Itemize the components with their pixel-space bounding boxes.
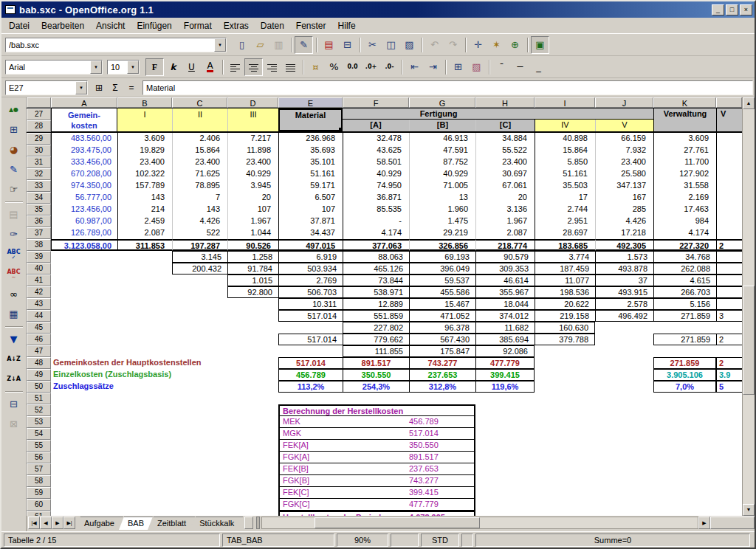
font-size-value[interactable]: 10 bbox=[111, 63, 120, 72]
cell-B44[interactable] bbox=[117, 310, 172, 322]
cell-C46[interactable] bbox=[172, 334, 227, 345]
cell-D42[interactable]: 92.800 bbox=[227, 286, 278, 298]
row-header-44[interactable]: 44 bbox=[27, 310, 51, 322]
cell-I32[interactable]: 51.161 bbox=[535, 168, 595, 180]
autofilter-icon[interactable]: ▼ bbox=[4, 330, 24, 348]
cell-E38[interactable]: 497.015 bbox=[278, 239, 343, 251]
draw-functions-icon[interactable]: ✎ bbox=[4, 160, 24, 179]
tab-prev-icon[interactable]: ◀ bbox=[40, 517, 52, 529]
cell-C34[interactable]: 7 bbox=[172, 192, 227, 204]
spellcheck-icon[interactable]: ABC✓ bbox=[4, 245, 24, 263]
cell-J31[interactable]: 23.400 bbox=[595, 156, 653, 168]
cell-D44[interactable] bbox=[227, 310, 278, 322]
row-header-61[interactable]: 61 bbox=[27, 511, 51, 516]
minimize-button[interactable]: _ bbox=[712, 4, 724, 15]
number-format-standard-icon[interactable]: 0.0 bbox=[343, 58, 362, 76]
cell-K45[interactable] bbox=[653, 322, 716, 334]
cell-H49[interactable]: 399.415 bbox=[475, 369, 535, 381]
cell-C27[interactable]: II bbox=[172, 108, 227, 131]
add-decimal-icon[interactable]: .0+ bbox=[362, 58, 380, 76]
cell-A46[interactable] bbox=[51, 334, 117, 345]
cell-D34[interactable]: 20 bbox=[227, 192, 278, 204]
calc-row-55[interactable]: FEK[A]350.550 bbox=[278, 440, 475, 452]
title-bar[interactable]: bab.sxc - OpenOffice.org 1.1 _ □ × bbox=[1, 1, 755, 18]
cell-F41[interactable]: 73.844 bbox=[343, 274, 409, 286]
scroll-down-icon[interactable]: ▼ bbox=[743, 504, 755, 516]
cell-J47[interactable] bbox=[595, 345, 653, 357]
navigator-icon[interactable]: ✛ bbox=[469, 36, 487, 54]
cell-B38[interactable]: 311.853 bbox=[117, 239, 172, 251]
name-box-dropdown-icon[interactable]: ▼ bbox=[75, 81, 87, 94]
function-wizard-icon[interactable]: ⊞ bbox=[91, 80, 107, 95]
datasources-icon[interactable]: ▦ bbox=[4, 305, 24, 323]
row-header-52[interactable]: 52 bbox=[27, 404, 51, 416]
align-middle-icon[interactable]: ─ bbox=[511, 58, 529, 76]
cell-K41[interactable]: 4.615 bbox=[653, 274, 716, 286]
sheet-tab-stückkalk[interactable]: Stückkalk bbox=[190, 517, 243, 530]
hyperlink-icon[interactable]: ⊕ bbox=[506, 36, 524, 54]
calc-row-56[interactable]: FGK[A]891.517 bbox=[278, 452, 475, 463]
cell-K49[interactable]: 3.905.106 bbox=[653, 369, 716, 381]
vertical-scroll-thumb[interactable] bbox=[743, 286, 755, 394]
selection-handle[interactable] bbox=[339, 128, 343, 131]
cell-D43[interactable] bbox=[227, 298, 278, 310]
cell-F49[interactable]: 350.550 bbox=[343, 369, 409, 381]
horizontal-scrollbar[interactable] bbox=[261, 517, 698, 529]
status-zoom-level[interactable]: 90% bbox=[337, 534, 388, 547]
scroll-up-icon[interactable]: ▲ bbox=[743, 97, 755, 109]
cell-F37[interactable]: 4.174 bbox=[343, 227, 409, 239]
cell-H43[interactable]: 18.044 bbox=[475, 298, 535, 310]
calc-row-59[interactable]: FEK[C]399.415 bbox=[278, 487, 475, 499]
calc-row-57[interactable]: FEK[B]237.653 bbox=[278, 463, 475, 475]
cell-A41[interactable] bbox=[51, 274, 117, 286]
row-header-29[interactable]: 29 bbox=[27, 133, 51, 145]
cell-L34[interactable] bbox=[716, 192, 742, 204]
cell-D41[interactable]: 1.015 bbox=[227, 274, 278, 286]
row-header-28[interactable]: 28 bbox=[27, 120, 51, 132]
cell-J43[interactable]: 2.578 bbox=[595, 298, 653, 310]
cell-L29[interactable] bbox=[716, 133, 742, 145]
cell-J45[interactable] bbox=[595, 322, 653, 334]
cell-E41[interactable]: 2.769 bbox=[278, 274, 343, 286]
align-top-icon[interactable]: ¯ bbox=[492, 58, 511, 76]
cell-H38[interactable]: 218.774 bbox=[475, 239, 535, 251]
cell-C42[interactable] bbox=[172, 286, 227, 298]
align-right-icon[interactable] bbox=[263, 58, 281, 76]
cell-F36[interactable]: - bbox=[343, 215, 409, 227]
cell-G45[interactable]: 96.378 bbox=[409, 322, 475, 334]
cell-E39[interactable]: 6.919 bbox=[278, 251, 343, 263]
cell-K44[interactable]: 271.859 bbox=[653, 310, 716, 322]
cell-E50[interactable]: 113,2% bbox=[278, 381, 343, 393]
cell-A27-gemeinkosten[interactable]: Gemein- kosten bbox=[51, 108, 117, 131]
cell-H28[interactable]: [C] bbox=[475, 120, 535, 131]
tab-next-icon[interactable]: ▶ bbox=[52, 517, 63, 529]
cell-E29[interactable]: 236.968 bbox=[278, 133, 343, 145]
row-header-59[interactable]: 59 bbox=[27, 487, 51, 499]
menu-item-fenster[interactable]: Fenster bbox=[290, 19, 332, 32]
delete-decimal-icon[interactable]: .0- bbox=[380, 58, 399, 76]
cell-G38[interactable]: 326.856 bbox=[409, 239, 475, 251]
auto-spellcheck-icon[interactable]: ABC~ bbox=[4, 265, 24, 283]
cell-L40[interactable] bbox=[716, 263, 742, 274]
cell-I37[interactable]: 28.697 bbox=[535, 227, 595, 239]
find-replace-icon[interactable]: ∞ bbox=[4, 285, 24, 303]
row-header-34[interactable]: 34 bbox=[27, 192, 51, 204]
cell-K46[interactable]: 271.859 bbox=[653, 334, 716, 345]
cell-F34[interactable]: 36.871 bbox=[343, 192, 409, 204]
cell-D32[interactable]: 40.929 bbox=[227, 168, 278, 180]
cell-I31[interactable]: 5.850 bbox=[535, 156, 595, 168]
cell-J32[interactable]: 25.580 bbox=[595, 168, 653, 180]
menu-item-daten[interactable]: Daten bbox=[255, 19, 290, 32]
row-header-46[interactable]: 46 bbox=[27, 334, 51, 345]
tab-stub[interactable] bbox=[244, 517, 253, 529]
cell-H46[interactable]: 385.694 bbox=[475, 334, 535, 345]
cell-I47[interactable] bbox=[535, 345, 595, 357]
cell-K38[interactable]: 227.320 bbox=[653, 239, 716, 251]
cell-F27-fertigung[interactable]: Fertigung bbox=[343, 108, 535, 119]
cell-B27[interactable]: I bbox=[117, 108, 172, 131]
cell-B46[interactable] bbox=[117, 334, 172, 345]
close-button[interactable]: × bbox=[740, 4, 752, 15]
cell-H31[interactable]: 23.400 bbox=[475, 156, 535, 168]
cell-A34[interactable]: 56.777,00 bbox=[51, 192, 117, 204]
calc-row-54[interactable]: MGK517.014 bbox=[278, 428, 475, 440]
